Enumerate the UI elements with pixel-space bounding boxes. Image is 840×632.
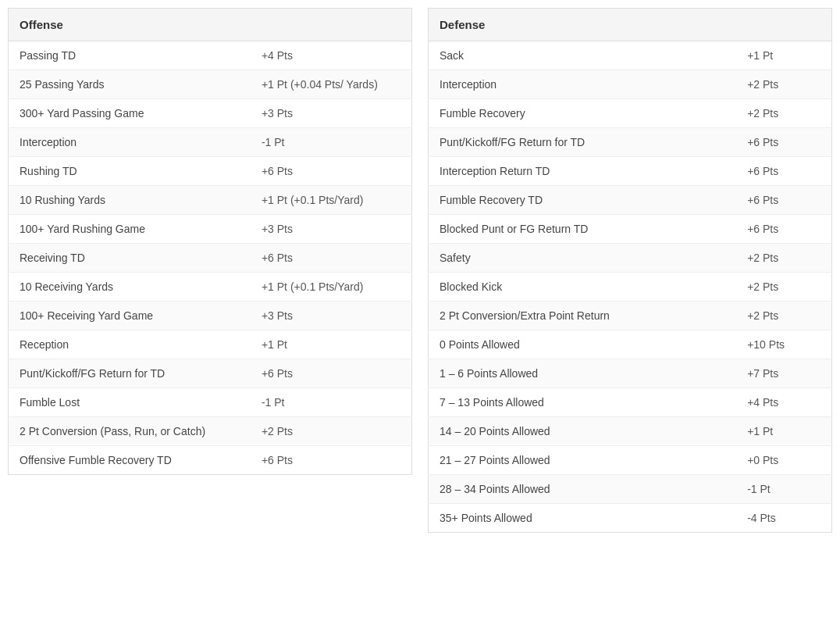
table-row: Receiving TD +6 Pts: [9, 244, 412, 273]
table-row: 10 Rushing Yards +1 Pt (+0.1 Pts/Yard): [9, 186, 412, 215]
table-row: Blocked Kick +2 Pts: [429, 273, 832, 302]
offense-stat-points: +6 Pts: [251, 157, 412, 186]
table-row: Fumble Recovery +2 Pts: [429, 99, 832, 128]
offense-stat-points: +3 Pts: [251, 302, 412, 330]
defense-stat-label: 14 – 20 Points Allowed: [429, 417, 737, 446]
table-row: 100+ Receiving Yard Game +3 Pts: [9, 302, 412, 330]
offense-stat-label: Offensive Fumble Recovery TD: [9, 446, 251, 475]
offense-stat-label: 100+ Receiving Yard Game: [9, 302, 251, 330]
defense-stat-label: Sack: [429, 41, 737, 70]
offense-stat-label: Punt/Kickoff/FG Return for TD: [9, 359, 251, 388]
defense-stat-points: -4 Pts: [736, 504, 831, 533]
defense-stat-points: +0 Pts: [736, 446, 831, 475]
table-row: 0 Points Allowed +10 Pts: [429, 330, 832, 359]
defense-stat-label: Interception: [429, 70, 737, 99]
offense-stat-points: +6 Pts: [251, 446, 412, 475]
offense-stat-points: +3 Pts: [251, 215, 412, 244]
defense-stat-label: 0 Points Allowed: [429, 330, 737, 359]
defense-stat-label: 1 – 6 Points Allowed: [429, 359, 737, 388]
defense-stat-points: +1 Pt: [736, 417, 831, 446]
table-row: Fumble Lost -1 Pt: [9, 388, 412, 417]
table-row: 7 – 13 Points Allowed +4 Pts: [429, 388, 832, 417]
offense-stat-label: 100+ Yard Rushing Game: [9, 215, 251, 244]
offense-stat-points: -1 Pt: [251, 388, 412, 417]
table-row: Offensive Fumble Recovery TD +6 Pts: [9, 446, 412, 475]
table-row: Reception +1 Pt: [9, 330, 412, 359]
offense-stat-points: +6 Pts: [251, 244, 412, 273]
offense-stat-points: +1 Pt: [251, 330, 412, 359]
defense-stat-label: Fumble Recovery TD: [429, 186, 737, 215]
table-row: Punt/Kickoff/FG Return for TD +6 Pts: [9, 359, 412, 388]
table-row: Blocked Punt or FG Return TD +6 Pts: [429, 215, 832, 244]
offense-stat-label: Reception: [9, 330, 251, 359]
offense-stat-points: +2 Pts: [251, 417, 412, 446]
table-row: Rushing TD +6 Pts: [9, 157, 412, 186]
defense-stat-label: 28 – 34 Points Allowed: [429, 475, 737, 504]
table-row: 2 Pt Conversion/Extra Point Return +2 Pt…: [429, 302, 832, 330]
table-row: 1 – 6 Points Allowed +7 Pts: [429, 359, 832, 388]
table-row: Safety +2 Pts: [429, 244, 832, 273]
defense-stat-label: 2 Pt Conversion/Extra Point Return: [429, 302, 737, 330]
defense-stat-points: -1 Pt: [736, 475, 831, 504]
offense-stat-label: Fumble Lost: [9, 388, 251, 417]
offense-header: Offense: [9, 9, 412, 41]
table-row: Interception -1 Pt: [9, 128, 412, 157]
defense-stat-points: +6 Pts: [736, 128, 831, 157]
table-row: Interception +2 Pts: [429, 70, 832, 99]
offense-stat-label: 25 Passing Yards: [9, 70, 251, 99]
table-row: 2 Pt Conversion (Pass, Run, or Catch) +2…: [9, 417, 412, 446]
table-row: Interception Return TD +6 Pts: [429, 157, 832, 186]
offense-stat-label: 300+ Yard Passing Game: [9, 99, 251, 128]
scoring-tables-container: Offense Passing TD +4 Pts 25 Passing Yar…: [8, 8, 832, 533]
table-row: Passing TD +4 Pts: [9, 41, 412, 70]
defense-stat-points: +2 Pts: [736, 70, 831, 99]
defense-stat-label: 21 – 27 Points Allowed: [429, 446, 737, 475]
offense-stat-points: +6 Pts: [251, 359, 412, 388]
defense-stat-label: 35+ Points Allowed: [429, 504, 737, 533]
defense-stat-points: +10 Pts: [736, 330, 831, 359]
defense-stat-label: 7 – 13 Points Allowed: [429, 388, 737, 417]
table-row: 21 – 27 Points Allowed +0 Pts: [429, 446, 832, 475]
defense-stat-points: +1 Pt: [736, 41, 831, 70]
defense-stat-points: +2 Pts: [736, 99, 831, 128]
defense-stat-points: +2 Pts: [736, 244, 831, 273]
defense-stat-points: +7 Pts: [736, 359, 831, 388]
defense-stat-points: +6 Pts: [736, 215, 831, 244]
offense-stat-points: +1 Pt (+0.1 Pts/Yard): [251, 273, 412, 302]
table-row: 28 – 34 Points Allowed -1 Pt: [429, 475, 832, 504]
defense-stat-points: +6 Pts: [736, 157, 831, 186]
defense-stat-points: +2 Pts: [736, 273, 831, 302]
offense-stat-label: 2 Pt Conversion (Pass, Run, or Catch): [9, 417, 251, 446]
table-row: 25 Passing Yards +1 Pt (+0.04 Pts/ Yards…: [9, 70, 412, 99]
offense-stat-label: Interception: [9, 128, 251, 157]
defense-stat-label: Punt/Kickoff/FG Return for TD: [429, 128, 737, 157]
offense-stat-points: +1 Pt (+0.1 Pts/Yard): [251, 186, 412, 215]
table-row: 35+ Points Allowed -4 Pts: [429, 504, 832, 533]
offense-stat-label: 10 Rushing Yards: [9, 186, 251, 215]
table-row: Fumble Recovery TD +6 Pts: [429, 186, 832, 215]
offense-stat-points: -1 Pt: [251, 128, 412, 157]
offense-table: Offense Passing TD +4 Pts 25 Passing Yar…: [8, 8, 412, 475]
defense-stat-label: Interception Return TD: [429, 157, 737, 186]
offense-stat-label: Rushing TD: [9, 157, 251, 186]
table-row: 300+ Yard Passing Game +3 Pts: [9, 99, 412, 128]
defense-stat-label: Blocked Kick: [429, 273, 737, 302]
offense-stat-label: 10 Receiving Yards: [9, 273, 251, 302]
defense-stat-label: Blocked Punt or FG Return TD: [429, 215, 737, 244]
offense-stat-points: +4 Pts: [251, 41, 412, 70]
defense-stat-label: Safety: [429, 244, 737, 273]
offense-stat-points: +1 Pt (+0.04 Pts/ Yards): [251, 70, 412, 99]
defense-header: Defense: [429, 9, 832, 41]
defense-stat-points: +6 Pts: [736, 186, 831, 215]
defense-table: Defense Sack +1 Pt Interception +2 Pts F…: [428, 8, 832, 533]
defense-stat-label: Fumble Recovery: [429, 99, 737, 128]
table-row: 100+ Yard Rushing Game +3 Pts: [9, 215, 412, 244]
offense-stat-label: Passing TD: [9, 41, 251, 70]
offense-stat-points: +3 Pts: [251, 99, 412, 128]
defense-stat-points: +4 Pts: [736, 388, 831, 417]
offense-stat-label: Receiving TD: [9, 244, 251, 273]
table-row: Punt/Kickoff/FG Return for TD +6 Pts: [429, 128, 832, 157]
table-row: 10 Receiving Yards +1 Pt (+0.1 Pts/Yard): [9, 273, 412, 302]
table-row: 14 – 20 Points Allowed +1 Pt: [429, 417, 832, 446]
defense-stat-points: +2 Pts: [736, 302, 831, 330]
